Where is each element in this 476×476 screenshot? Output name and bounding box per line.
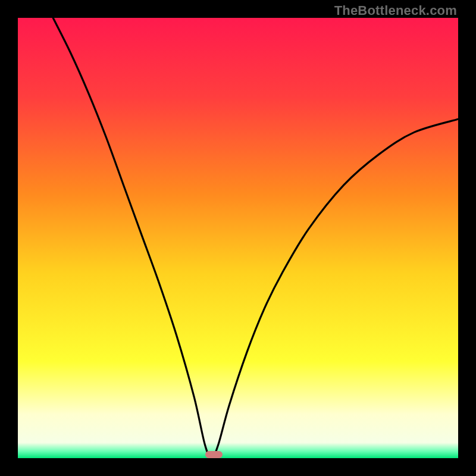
optimal-marker bbox=[205, 451, 223, 458]
chart-frame: TheBottleneck.com bbox=[0, 0, 476, 476]
chart-svg bbox=[18, 18, 458, 458]
plot-area bbox=[18, 18, 458, 458]
watermark-text: TheBottleneck.com bbox=[334, 3, 457, 18]
